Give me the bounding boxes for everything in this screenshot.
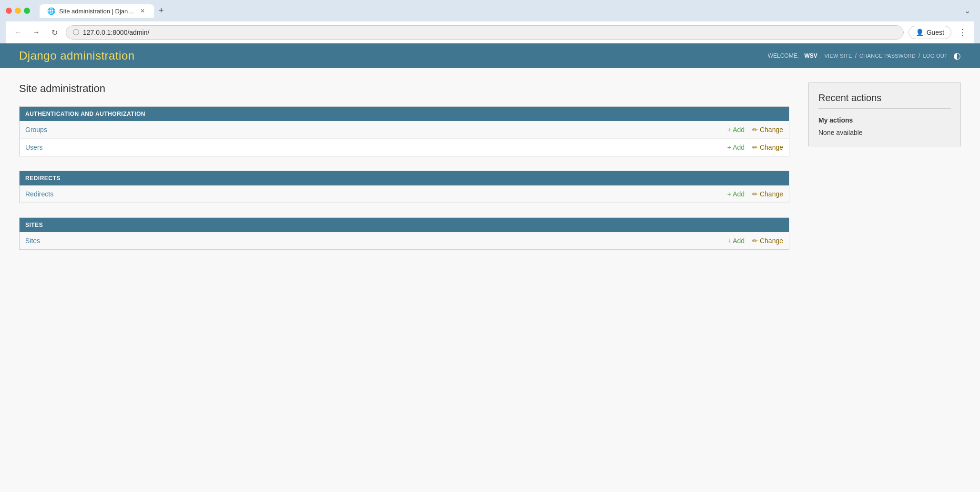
- sites-row: Sites + Add ✏ Change: [20, 232, 789, 249]
- groups-row: Groups + Add ✏ Change: [20, 121, 789, 139]
- info-icon: ⓘ: [73, 28, 79, 37]
- username: WSV: [804, 52, 817, 59]
- browser-tabs: 🌐 Site administration | Django s ✕ +: [40, 4, 168, 18]
- sites-actions: + Add ✏ Change: [727, 237, 783, 245]
- django-header: Django administration WELCOME, WSV. VIEW…: [0, 43, 980, 68]
- minimize-traffic-light[interactable]: [15, 8, 21, 14]
- browser-titlebar: 🌐 Site administration | Django s ✕ + ⌄: [6, 4, 974, 21]
- recent-actions-title: Recent actions: [818, 92, 951, 109]
- theme-toggle-button[interactable]: ◐: [953, 51, 961, 61]
- recent-actions-module: Recent actions My actions None available: [808, 82, 961, 146]
- sites-add-link[interactable]: + Add: [727, 237, 745, 245]
- browser-toolbar: ← → ↻ ⓘ 127.0.0.1:8000/admin/ 👤 Guest ⋮: [6, 21, 974, 43]
- logout-link[interactable]: LOG OUT: [923, 53, 948, 59]
- browser-expand-icon[interactable]: ⌄: [960, 4, 974, 17]
- auth-module: AUTHENTICATION AND AUTHORIZATION Groups …: [19, 106, 789, 156]
- users-add-link[interactable]: + Add: [727, 144, 745, 151]
- tab-title: Site administration | Django s: [59, 8, 135, 15]
- address-bar[interactable]: ⓘ 127.0.0.1:8000/admin/: [66, 25, 904, 40]
- django-content: Site administration AUTHENTICATION AND A…: [0, 68, 980, 479]
- more-options-button[interactable]: ⋮: [956, 25, 969, 40]
- redirects-change-link[interactable]: ✏ Change: [752, 190, 783, 198]
- change-password-link[interactable]: CHANGE PASSWORD: [859, 53, 916, 59]
- users-row: Users + Add ✏ Change: [20, 139, 789, 156]
- separator-2: /: [919, 52, 920, 59]
- url-text: 127.0.0.1:8000/admin/: [83, 29, 149, 36]
- separator-1: /: [855, 52, 857, 59]
- auth-module-header: AUTHENTICATION AND AUTHORIZATION: [20, 107, 789, 121]
- active-tab[interactable]: 🌐 Site administration | Django s ✕: [40, 4, 154, 18]
- new-tab-button[interactable]: +: [155, 4, 168, 18]
- forward-button[interactable]: →: [30, 26, 43, 39]
- maximize-traffic-light[interactable]: [24, 8, 30, 14]
- sites-module-header: SITES: [20, 218, 789, 232]
- guest-avatar-icon: 👤: [916, 29, 924, 36]
- close-traffic-light[interactable]: [6, 8, 12, 14]
- refresh-button[interactable]: ↻: [48, 26, 61, 39]
- sites-module: SITES Sites + Add ✏ Change: [19, 217, 789, 250]
- users-change-link[interactable]: ✏ Change: [752, 144, 783, 151]
- redirects-module-header: REDIRECTS: [20, 171, 789, 185]
- browser-chrome: 🌐 Site administration | Django s ✕ + ⌄ ←…: [0, 0, 980, 43]
- main-content: Site administration AUTHENTICATION AND A…: [19, 82, 789, 465]
- django-nav: WELCOME, WSV. VIEW SITE / CHANGE PASSWOR…: [768, 51, 961, 61]
- redirects-add-link[interactable]: + Add: [727, 190, 745, 198]
- groups-actions: + Add ✏ Change: [727, 126, 783, 133]
- sites-link[interactable]: Sites: [25, 237, 727, 245]
- users-link[interactable]: Users: [25, 144, 727, 151]
- users-actions: + Add ✏ Change: [727, 144, 783, 151]
- redirects-module: REDIRECTS Redirects + Add ✏ Change: [19, 171, 789, 203]
- redirects-actions: + Add ✏ Change: [727, 190, 783, 198]
- groups-change-link[interactable]: ✏ Change: [752, 126, 783, 133]
- view-site-link[interactable]: VIEW SITE: [824, 53, 852, 59]
- tab-favicon: 🌐: [47, 7, 55, 15]
- groups-add-link[interactable]: + Add: [727, 126, 745, 133]
- none-available-text: None available: [818, 129, 951, 136]
- redirects-row: Redirects + Add ✏ Change: [20, 185, 789, 203]
- django-admin-title: Django administration: [19, 49, 135, 62]
- sidebar: Recent actions My actions None available: [808, 82, 961, 465]
- back-button[interactable]: ←: [11, 26, 25, 39]
- traffic-lights: [6, 8, 30, 14]
- sites-change-link[interactable]: ✏ Change: [752, 237, 783, 245]
- welcome-text: WELCOME,: [768, 52, 799, 59]
- my-actions-subtitle: My actions: [818, 116, 951, 124]
- redirects-link[interactable]: Redirects: [25, 190, 727, 198]
- groups-link[interactable]: Groups: [25, 126, 727, 133]
- guest-button[interactable]: 👤 Guest: [909, 26, 951, 39]
- page-title: Site administration: [19, 82, 789, 95]
- tab-close-button[interactable]: ✕: [139, 7, 146, 15]
- guest-label: Guest: [927, 29, 944, 36]
